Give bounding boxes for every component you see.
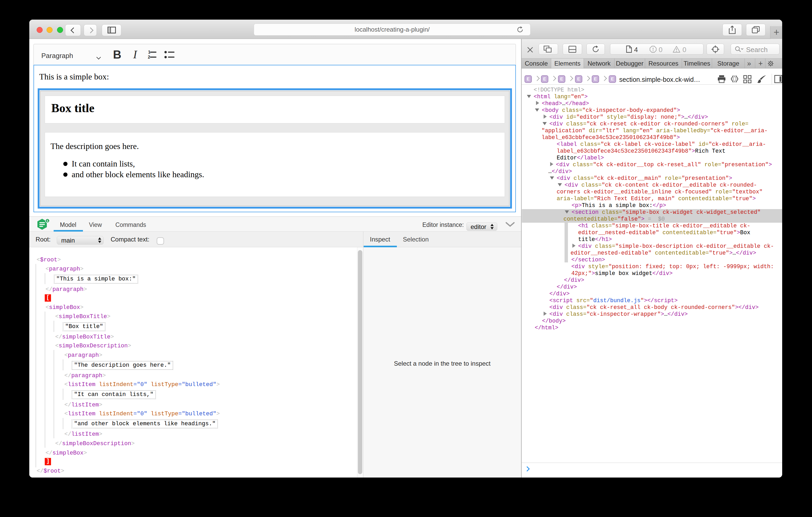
svg-text:5: 5 (47, 219, 48, 222)
svg-text:2: 2 (148, 55, 150, 59)
